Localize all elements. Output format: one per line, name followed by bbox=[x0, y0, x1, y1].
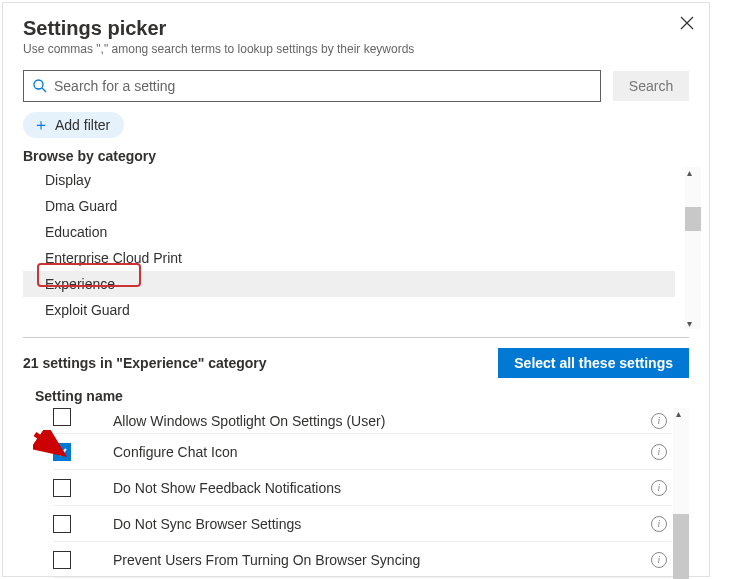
info-icon[interactable]: i bbox=[651, 480, 667, 496]
scroll-down-icon[interactable]: ▾ bbox=[687, 318, 692, 329]
category-item[interactable]: Education bbox=[23, 219, 675, 245]
setting-label: Allow Windows Spotlight On Settings (Use… bbox=[83, 413, 651, 429]
info-icon[interactable]: i bbox=[651, 413, 667, 429]
checkbox[interactable] bbox=[53, 443, 71, 461]
close-icon bbox=[680, 16, 694, 30]
category-item[interactable]: Firewall bbox=[23, 323, 675, 329]
setting-label: Do Not Show Feedback Notifications bbox=[83, 480, 651, 496]
browse-by-category-label: Browse by category bbox=[23, 148, 689, 164]
search-icon bbox=[32, 78, 48, 94]
checkbox[interactable] bbox=[53, 408, 71, 426]
checkbox[interactable] bbox=[53, 515, 71, 533]
svg-point-0 bbox=[34, 80, 43, 89]
info-icon[interactable]: i bbox=[651, 516, 667, 532]
scroll-thumb[interactable] bbox=[673, 514, 689, 579]
settings-scrollbar[interactable]: ▴ ▾ bbox=[673, 408, 689, 579]
divider bbox=[23, 337, 689, 338]
checkbox[interactable] bbox=[53, 551, 71, 569]
setting-row[interactable]: Configure Chat Iconi bbox=[53, 434, 671, 470]
column-header-setting-name: Setting name bbox=[23, 388, 689, 404]
category-scrollbar[interactable]: ▴ ▾ bbox=[685, 167, 701, 329]
category-item[interactable]: Dma Guard bbox=[23, 193, 675, 219]
info-icon[interactable]: i bbox=[651, 552, 667, 568]
setting-row[interactable]: Prevent Users From Turning On Browser Sy… bbox=[53, 542, 671, 578]
info-icon[interactable]: i bbox=[651, 444, 667, 460]
category-list: DisplayDma GuardEducationEnterprise Clou… bbox=[23, 167, 689, 329]
svg-line-1 bbox=[42, 88, 46, 92]
scroll-up-icon[interactable]: ▴ bbox=[687, 167, 692, 178]
plus-icon: ＋ bbox=[33, 117, 49, 133]
category-item[interactable]: Display bbox=[23, 167, 675, 193]
select-all-button[interactable]: Select all these settings bbox=[498, 348, 689, 378]
category-item[interactable]: Experience bbox=[23, 271, 675, 297]
settings-picker-panel: Settings picker Use commas "," among sea… bbox=[2, 2, 710, 577]
search-button[interactable]: Search bbox=[613, 71, 689, 101]
panel-title: Settings picker bbox=[23, 17, 689, 40]
setting-label: Configure Chat Icon bbox=[83, 444, 651, 460]
setting-row[interactable]: Allow Windows Spotlight On Settings (Use… bbox=[53, 408, 671, 434]
scroll-up-icon[interactable]: ▴ bbox=[676, 408, 681, 419]
add-filter-button[interactable]: ＋ Add filter bbox=[23, 112, 124, 138]
setting-row[interactable]: Do Not Sync Browser Settingsi bbox=[53, 506, 671, 542]
results-count: 21 settings in "Experience" category bbox=[23, 355, 267, 371]
add-filter-label: Add filter bbox=[55, 117, 110, 133]
checkbox[interactable] bbox=[53, 479, 71, 497]
panel-subtitle: Use commas "," among search terms to loo… bbox=[23, 42, 689, 56]
setting-label: Do Not Sync Browser Settings bbox=[83, 516, 651, 532]
search-box[interactable] bbox=[23, 70, 601, 102]
close-button[interactable] bbox=[677, 13, 697, 33]
category-item[interactable]: Exploit Guard bbox=[23, 297, 675, 323]
scroll-thumb[interactable] bbox=[685, 207, 701, 231]
setting-row[interactable]: Do Not Show Feedback Notificationsi bbox=[53, 470, 671, 506]
search-input[interactable] bbox=[54, 78, 592, 94]
settings-list: Allow Windows Spotlight On Settings (Use… bbox=[53, 408, 671, 579]
category-item[interactable]: Enterprise Cloud Print bbox=[23, 245, 675, 271]
setting-label: Prevent Users From Turning On Browser Sy… bbox=[83, 552, 651, 568]
